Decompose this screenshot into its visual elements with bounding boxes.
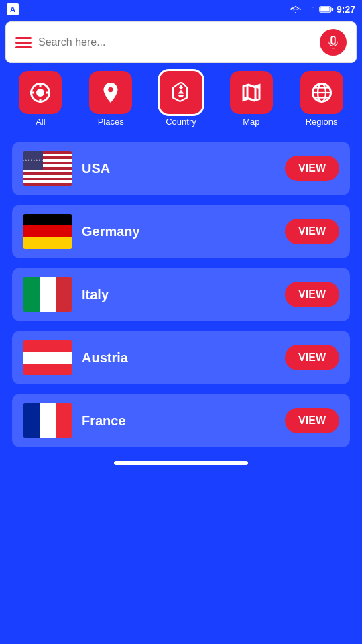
svg-rect-8 [46, 92, 50, 94]
country-item-italy: Italy VIEW [12, 268, 350, 321]
view-button-usa[interactable]: VIEW [285, 156, 339, 181]
country-name-france: France [82, 413, 276, 429]
country-list: ★★★★★★★★★★★★★★★★★★★★★★★★★★★★★★★★★★★★★★★★… [0, 135, 362, 454]
tab-country-icon [160, 71, 202, 114]
hamburger-menu-button[interactable] [15, 37, 32, 48]
flag-austria [23, 340, 72, 375]
country-item-france: France VIEW [12, 394, 350, 447]
tab-all-label: All [36, 117, 45, 127]
svg-rect-2 [332, 8, 334, 11]
tab-regions-label: Regions [306, 117, 338, 127]
svg-rect-7 [30, 92, 34, 94]
nav-tabs: All Places Country Map [0, 63, 362, 135]
view-button-germany[interactable]: VIEW [285, 219, 339, 244]
flag-usa: ★★★★★★★★★★★★★★★★★★★★★★★★★★★★★★★★★★★★★★★★… [23, 151, 72, 186]
tab-country-label: Country [166, 117, 196, 127]
search-bar-container [5, 21, 357, 63]
country-name-austria: Austria [82, 350, 276, 366]
tab-map-icon [230, 71, 273, 114]
tab-places-icon [89, 71, 132, 114]
svg-point-4 [36, 89, 44, 97]
country-name-germany: Germany [82, 224, 276, 239]
search-input[interactable] [38, 36, 313, 48]
a-icon: A [7, 3, 19, 15]
tab-regions-icon [300, 71, 343, 114]
tab-places-label: Places [98, 117, 124, 127]
flag-france [23, 403, 72, 438]
svg-rect-6 [40, 99, 42, 103]
wifi-icon [290, 5, 302, 14]
country-item-usa: ★★★★★★★★★★★★★★★★★★★★★★★★★★★★★★★★★★★★★★★★… [12, 142, 350, 195]
time-display: 9:27 [337, 4, 355, 15]
tab-places[interactable]: Places [80, 71, 141, 127]
country-item-germany: Germany VIEW [12, 205, 350, 258]
battery-icon [319, 5, 334, 14]
signal-icon [304, 5, 316, 14]
tab-all[interactable]: All [10, 71, 70, 127]
tab-regions[interactable]: Regions [292, 71, 352, 127]
flag-germany [23, 214, 72, 249]
svg-rect-5 [40, 83, 42, 87]
country-item-austria: Austria VIEW [12, 331, 350, 384]
country-name-usa: USA [82, 161, 276, 176]
tab-map-label: Map [243, 117, 259, 127]
tab-map[interactable]: Map [221, 71, 282, 127]
view-button-france[interactable]: VIEW [285, 408, 339, 433]
bottom-bar [114, 461, 248, 465]
view-button-austria[interactable]: VIEW [285, 345, 339, 370]
svg-rect-1 [320, 7, 330, 11]
tab-all-icon [19, 71, 62, 114]
flag-italy [23, 277, 72, 312]
country-name-italy: Italy [82, 287, 276, 303]
microphone-button[interactable] [320, 29, 347, 56]
view-button-italy[interactable]: VIEW [285, 282, 339, 307]
status-bar: A 9:27 [0, 0, 362, 19]
tab-country[interactable]: Country [151, 71, 211, 127]
